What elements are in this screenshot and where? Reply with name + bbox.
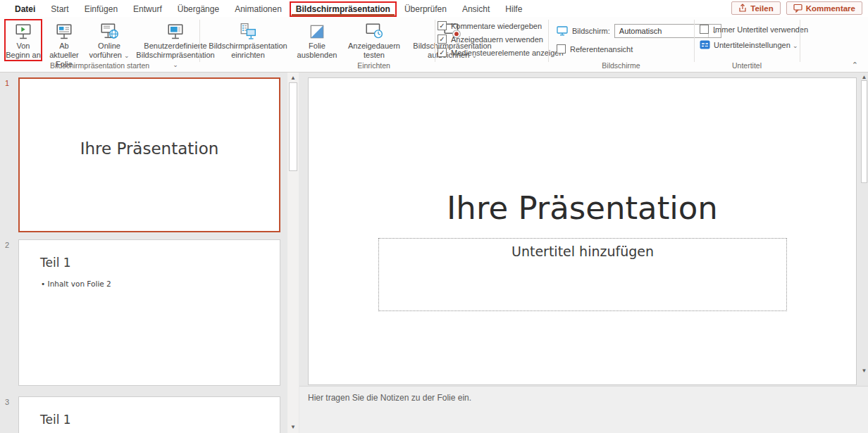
folie-ausblenden-label: Folie ausblenden bbox=[294, 42, 340, 60]
von-beginn-an-label: Von Beginn an bbox=[6, 42, 41, 60]
checkbox-checked-icon: ✓ bbox=[438, 21, 447, 30]
group-label-captions: Untertitel bbox=[694, 61, 800, 70]
tab-entwurf[interactable]: Entwurf bbox=[125, 1, 170, 17]
tab-ueberpruefen[interactable]: Überprüfen bbox=[397, 1, 454, 17]
slide-thumbnail-3[interactable]: Teil 1 bbox=[18, 396, 280, 433]
monitor-icon bbox=[557, 26, 568, 36]
bildschirmpraesentation-einrichten-button[interactable]: Bildschirmpräsentation einrichten bbox=[203, 19, 293, 61]
online-vorfuehren-label: Online vorführen ⌄ bbox=[87, 42, 131, 60]
tab-datei[interactable]: Datei bbox=[7, 1, 43, 17]
bildschirm-label: Bildschirm: bbox=[572, 27, 610, 35]
thumbnail-title: Teil 1 bbox=[40, 413, 280, 427]
checkbox-label: Immer Untertitel verwenden bbox=[713, 25, 808, 34]
tab-ansicht[interactable]: Ansicht bbox=[454, 1, 497, 17]
monitor-custom-show-icon bbox=[166, 22, 185, 42]
comment-icon bbox=[793, 4, 802, 13]
ribbon: Von Beginn an Ab aktueller Folie Online … bbox=[0, 17, 868, 73]
main-scrollbar[interactable]: ▲ ▼ bbox=[860, 73, 868, 377]
slide-thumbnail-1[interactable]: Ihre Präsentation bbox=[18, 77, 280, 232]
group-label-start: Bildschirmpräsentation starten bbox=[0, 61, 199, 70]
slide-number: 3 bbox=[5, 398, 9, 406]
checkbox-referentenansicht[interactable]: Referentenansicht bbox=[557, 44, 721, 54]
monitor-slide-icon bbox=[55, 22, 73, 42]
checkbox-label: Kommentare wiedergeben bbox=[451, 22, 542, 30]
comments-label: Kommentare bbox=[806, 4, 855, 13]
slide-number: 2 bbox=[5, 241, 9, 249]
subtitle-placeholder-text: Untertitel hinzufügen bbox=[379, 244, 786, 259]
scroll-down-icon[interactable]: ▼ bbox=[287, 424, 299, 430]
group-inner-divider bbox=[435, 20, 435, 62]
checkbox-unchecked-icon bbox=[700, 25, 709, 34]
von-beginn-an-button[interactable]: Von Beginn an bbox=[4, 19, 42, 61]
tab-uebergaenge[interactable]: Übergänge bbox=[170, 1, 227, 17]
setup-show-icon bbox=[239, 22, 257, 42]
tab-einfuegen[interactable]: Einfügen bbox=[77, 1, 125, 17]
folie-ausblenden-button[interactable]: Folie ausblenden bbox=[293, 19, 341, 61]
tab-hilfe[interactable]: Hilfe bbox=[497, 1, 530, 17]
slide-number: 1 bbox=[5, 79, 9, 87]
checkbox-label: Referentenansicht bbox=[570, 45, 633, 54]
menubar-actions: Teilen Kommentare bbox=[731, 1, 862, 15]
group-divider bbox=[199, 20, 200, 62]
share-button[interactable]: Teilen bbox=[731, 1, 780, 15]
monitor-play-icon bbox=[14, 22, 32, 42]
checkbox-immer-untertitel-verwenden[interactable]: Immer Untertitel verwenden bbox=[700, 25, 808, 34]
captions-settings-icon bbox=[700, 40, 710, 49]
group-label-monitors: Bildschirme bbox=[548, 61, 694, 70]
checkbox-mediensteuerelemente-anzeigen[interactable]: ✓ Mediensteuerelemente anzeigen bbox=[438, 48, 564, 57]
tab-animationen[interactable]: Animationen bbox=[227, 1, 290, 17]
group-divider bbox=[694, 20, 695, 62]
setup-checkboxes: ✓ Kommentare wiedergeben ✓ Anzeigedauern… bbox=[438, 21, 564, 57]
group-divider bbox=[800, 20, 800, 62]
checkbox-label: Mediensteuerelemente anzeigen bbox=[451, 49, 564, 57]
scroll-up-icon[interactable]: ▲ bbox=[287, 75, 299, 81]
workspace: 1 Ihre Präsentation 2 Teil 1 • Inhalt vo… bbox=[0, 73, 868, 433]
thumbnail-title: Ihre Präsentation bbox=[20, 139, 279, 158]
menu-tabs: Datei Start Einfügen Entwurf Übergänge A… bbox=[0, 0, 530, 17]
online-vorfuehren-button[interactable]: Online vorführen ⌄ bbox=[86, 19, 132, 61]
chevron-down-icon: ⌄ bbox=[124, 52, 130, 59]
rehearse-timings-icon bbox=[364, 22, 384, 42]
menu-bar: Datei Start Einfügen Entwurf Übergänge A… bbox=[0, 0, 868, 17]
comments-button[interactable]: Kommentare bbox=[786, 1, 862, 15]
share-icon bbox=[738, 4, 747, 13]
subtitle-placeholder-box[interactable]: Untertitel hinzufügen bbox=[378, 238, 787, 311]
chevron-down-icon: ⌄ bbox=[793, 42, 798, 49]
group-label-setup: Einrichten bbox=[199, 61, 548, 70]
collapse-ribbon-button[interactable]: ⌃ bbox=[852, 61, 858, 70]
untertiteleinstellungen-label: Untertiteleinstellungen ⌄ bbox=[714, 41, 798, 49]
anzeigedauern-testen-label: Anzeigedauern testen bbox=[342, 42, 406, 60]
thumbnail-title: Teil 1 bbox=[40, 256, 280, 270]
monitor-globe-icon bbox=[99, 22, 119, 42]
tab-bildschirmpraesentation[interactable]: Bildschirmpräsentation bbox=[290, 1, 397, 17]
group-captions: Immer Untertitel verwenden Untertitelein… bbox=[700, 25, 808, 49]
thumbnail-bullet: • Inhalt von Folie 2 bbox=[41, 280, 280, 288]
tab-start[interactable]: Start bbox=[43, 1, 76, 17]
thumbnails-scrollbar[interactable]: ▲ ▼ bbox=[287, 73, 299, 433]
anzeigedauern-testen-button[interactable]: Anzeigedauern testen bbox=[341, 19, 407, 61]
checkbox-label: Anzeigedauern verwenden bbox=[451, 35, 543, 44]
group-monitors: Bildschirm: Automatisch ⌄ Referentenansi… bbox=[557, 24, 721, 54]
scroll-up-icon[interactable]: ▲ bbox=[860, 74, 868, 80]
share-label: Teilen bbox=[750, 4, 773, 13]
powerpoint-window: Datei Start Einfügen Entwurf Übergänge A… bbox=[0, 0, 868, 433]
checkbox-anzeigedauern-verwenden[interactable]: ✓ Anzeigedauern verwenden bbox=[438, 34, 564, 44]
checkbox-unchecked-icon bbox=[557, 44, 566, 54]
notes-placeholder: Hier tragen Sie die Notizen zu der Folie… bbox=[308, 393, 471, 403]
slide-thumbnail-2[interactable]: Teil 1 • Inhalt von Folie 2 bbox=[18, 239, 280, 386]
checkbox-kommentare-wiedergeben[interactable]: ✓ Kommentare wiedergeben bbox=[438, 21, 564, 30]
checkbox-checked-icon: ✓ bbox=[438, 34, 447, 44]
slide-title[interactable]: Ihre Präsentation bbox=[309, 189, 856, 227]
untertiteleinstellungen-button[interactable]: Untertiteleinstellungen ⌄ bbox=[700, 40, 808, 49]
slide-canvas[interactable]: Ihre Präsentation Untertitel hinzufügen bbox=[308, 77, 857, 385]
notes-panel[interactable]: Hier tragen Sie die Notizen zu der Folie… bbox=[299, 386, 868, 433]
hide-slide-icon bbox=[308, 22, 326, 42]
checkbox-checked-icon: ✓ bbox=[438, 48, 447, 57]
group-divider bbox=[548, 20, 549, 62]
einrichten-label: Bildschirmpräsentation einrichten bbox=[204, 42, 292, 60]
scrollbar-thumb[interactable] bbox=[289, 82, 297, 171]
scroll-down-icon[interactable]: ▼ bbox=[860, 368, 868, 374]
scrollbar-thumb[interactable] bbox=[861, 80, 867, 183]
